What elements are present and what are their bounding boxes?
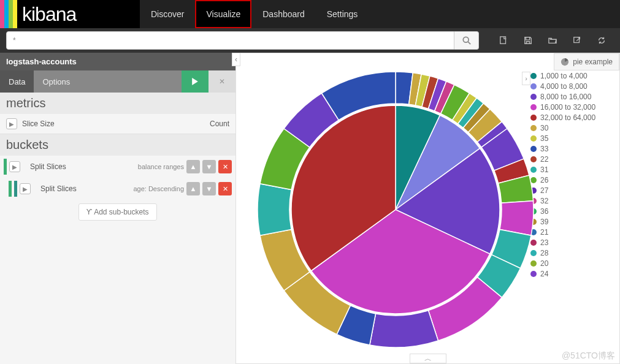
legend-label: 30 [540,124,548,132]
legend-label: 32 [540,197,548,205]
legend-item[interactable]: 28 [530,249,616,257]
pie-slice[interactable] [258,184,291,235]
add-sub-label: Add sub-buckets [94,208,148,216]
legend-label: 16,000 to 32,000 [540,103,595,112]
apply-button[interactable] [182,70,209,93]
pie-chart[interactable] [255,69,537,351]
open-icon[interactable] [540,31,565,50]
searchbar [0,28,620,53]
legend-item[interactable]: 21 [530,228,616,237]
legend-label: 28 [540,249,548,257]
legend-item[interactable]: 16,000 to 32,000 [530,103,616,112]
legend-label: 33 [540,145,548,153]
pie-slice[interactable] [370,311,438,347]
legend-label: 8,000 to 16,000 [540,93,591,101]
legend-item[interactable]: 30 [530,124,616,132]
move-up-button[interactable]: ▲ [186,160,200,173]
watermark: @51CTO博客 [562,351,615,362]
move-down-button[interactable]: ▼ [202,182,216,195]
legend-item[interactable]: 8,000 to 16,000 [530,93,616,101]
vis-title[interactable]: pie example [554,53,619,70]
legend-item[interactable]: 35 [530,134,616,143]
legend-label: 21 [540,228,548,237]
legend-item[interactable]: 24 [530,270,616,278]
legend-item[interactable]: 23 [530,238,616,247]
legend-label: 4,000 to 8,000 [540,82,587,91]
legend-item[interactable]: 22 [530,155,616,164]
legend-item[interactable]: 32,000 to 64,000 [530,113,616,122]
legend-item[interactable]: 39 [530,218,616,226]
main-nav: Discover Visualize Dashboard Settings [140,0,369,28]
search-icon [462,36,471,45]
priority-bar [4,159,7,175]
legend-item[interactable]: 1,000 to 4,000 [530,72,616,80]
legend-item[interactable]: 20 [530,259,616,268]
legend-item[interactable]: 26 [530,176,616,184]
legend-label: 39 [540,218,548,226]
new-icon[interactable] [491,31,516,50]
nav-visualize[interactable]: Visualize [195,0,251,28]
metrics-header: metrics [0,93,235,114]
bucket-row-1: ▶ Split Slices balance ranges ▲ ▼ ✕ [0,156,235,178]
legend-label: 32,000 to 64,000 [540,113,595,122]
share-icon[interactable] [565,31,589,50]
legend-label: 26 [540,176,548,184]
legend-label: 24 [540,270,548,278]
legend-item[interactable]: 36 [530,207,616,216]
legend-item[interactable]: 4,000 to 8,000 [530,82,616,91]
svg-line-1 [468,42,470,44]
tab-data[interactable]: Data [0,70,34,93]
nav-dashboard[interactable]: Dashboard [251,0,316,28]
metric-value: Count [210,119,229,128]
add-sub-buckets-button[interactable]: Ƴ Add sub-buckets [78,203,156,221]
priority-bar [14,181,17,197]
pie-icon [561,58,569,66]
remove-bucket-button[interactable]: ✕ [218,160,232,173]
collapse-sidebar-button[interactable]: ‹ [232,53,240,66]
bucket-agg: age: Descending [133,185,184,192]
legend-item[interactable]: 33 [530,145,616,153]
collapse-spy-button[interactable]: ︿ [410,354,446,363]
search-box [6,31,479,50]
discard-button[interactable]: ✕ [209,70,235,93]
collapse-legend-button[interactable]: › [522,72,530,85]
legend-item[interactable]: 31 [530,165,616,174]
legend-item[interactable]: 32 [530,197,616,205]
svg-rect-3 [574,37,580,43]
svg-point-0 [463,37,469,42]
save-icon[interactable] [516,31,540,50]
panel-body: metrics ▶ Slice Size Count buckets ▶ Spl… [0,93,235,221]
tab-options[interactable]: Options [34,70,78,93]
legend-label: 1,000 to 4,000 [540,72,587,80]
expand-bucket-button[interactable]: ▶ [20,183,31,194]
expand-bucket-button[interactable]: ▶ [9,161,20,172]
legend-label: 27 [540,186,548,195]
nav-discover[interactable]: Discover [140,0,195,28]
bucket-row-2: ▶ Split Slices age: Descending ▲ ▼ ✕ [0,178,235,200]
legend-label: 36 [540,207,548,216]
sidebar: logstash-accounts Data Options ✕ metrics… [0,53,235,364]
play-icon [191,78,199,85]
search-input[interactable] [6,31,454,50]
expand-metric-button[interactable]: ▶ [6,118,17,129]
legend-label: 31 [540,165,548,174]
topbar: kibana Discover Visualize Dashboard Sett… [0,0,620,28]
move-up-button[interactable]: ▲ [186,182,200,195]
remove-bucket-button[interactable]: ✕ [218,182,232,195]
legend-item[interactable]: 27 [530,186,616,195]
search-button[interactable] [454,31,479,50]
buckets-header: buckets [0,134,235,156]
refresh-icon[interactable] [589,31,614,50]
logo[interactable]: kibana [0,0,140,28]
vis-title-text: pie example [573,58,613,66]
metric-label: Slice Size [22,119,210,128]
logo-stripes [0,0,17,28]
svg-rect-2 [500,37,506,44]
legend-label: 23 [540,238,548,247]
sidebar-tabs: Data Options ✕ [0,70,235,93]
bucket-agg: balance ranges [138,163,184,170]
move-down-button[interactable]: ▼ [202,160,216,173]
nav-settings[interactable]: Settings [316,0,369,28]
legend: 1,000 to 4,0004,000 to 8,0008,000 to 16,… [530,72,616,278]
legend-label: 20 [540,259,548,268]
